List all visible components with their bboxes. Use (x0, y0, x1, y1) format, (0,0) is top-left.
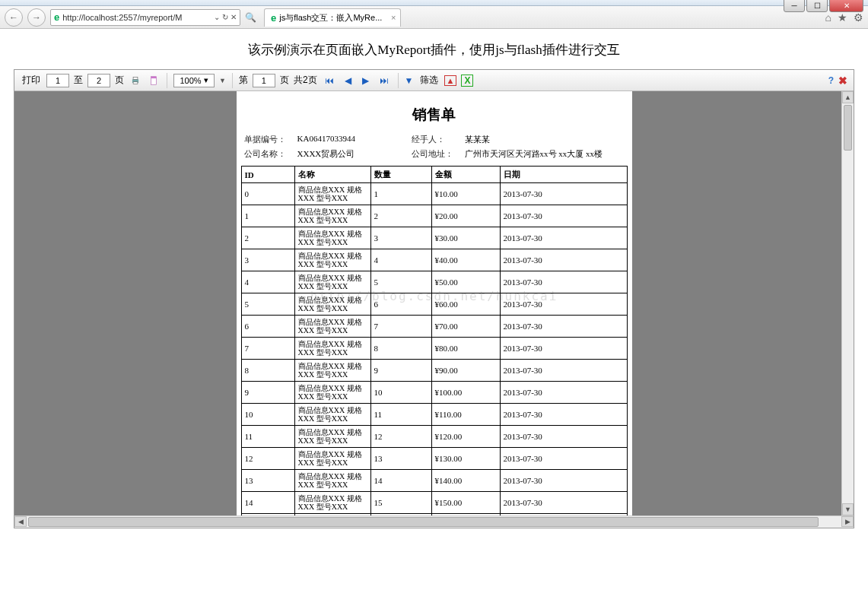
help-icon[interactable]: ? (828, 75, 834, 86)
company-label: 公司名称： (244, 148, 290, 160)
search-icon[interactable]: 🔍 (245, 12, 256, 23)
table-row: 15商品信息XXX 规格XXX 型号XXX16¥160.002013-07-30 (241, 514, 627, 516)
table-row: 5商品信息XXX 规格XXX 型号XXX6¥60.002013-07-30 (241, 293, 627, 316)
favorites-icon[interactable]: ★ (838, 11, 847, 24)
cell-amount: ¥10.00 (431, 183, 500, 205)
cell-date: 2013-07-30 (500, 382, 627, 404)
tab-favicon: e (271, 12, 276, 24)
forward-button[interactable]: → (27, 8, 46, 27)
zoom-select[interactable]: 100% ▾ (173, 74, 215, 87)
export-excel-icon[interactable]: X (461, 75, 473, 87)
cell-qty: 14 (370, 470, 431, 492)
cell-date: 2013-07-30 (500, 338, 627, 360)
cell-amount: ¥110.00 (431, 404, 500, 426)
cell-qty: 3 (370, 227, 431, 249)
cell-date: 2013-07-30 (500, 426, 627, 448)
cell-id: 13 (241, 470, 294, 492)
cell-amount: ¥150.00 (431, 492, 500, 514)
report-canvas: 销售单 单据编号： KA06417033944 经手人： 某某某 公司名称： X… (14, 91, 854, 515)
last-page-icon[interactable]: ⏭ (377, 75, 392, 86)
table-row: 9商品信息XXX 规格XXX 型号XXX10¥100.002013-07-30 (241, 382, 627, 404)
cell-amount: ¥60.00 (431, 293, 500, 316)
tools-icon[interactable]: ⚙ (854, 11, 863, 24)
export-pdf-icon[interactable]: ▲ (444, 75, 457, 86)
stop-icon[interactable]: ✕ (231, 13, 237, 21)
cell-date: 2013-07-30 (500, 271, 627, 293)
printer-icon[interactable] (129, 74, 142, 87)
cell-name: 商品信息XXX 规格XXX 型号XXX (294, 470, 370, 492)
back-button[interactable]: ← (5, 8, 23, 27)
horizontal-scrollbar[interactable]: ◀ ▶ (14, 515, 854, 528)
cell-name: 商品信息XXX 规格XXX 型号XXX (294, 183, 370, 205)
cell-amount: ¥70.00 (431, 316, 500, 338)
order-no-value: KA06417033944 (297, 134, 404, 145)
cell-qty: 8 (370, 338, 431, 360)
table-row: 1商品信息XXX 规格XXX 型号XXX2¥20.002013-07-30 (241, 205, 627, 227)
cell-date: 2013-07-30 (500, 183, 627, 205)
cell-date: 2013-07-30 (500, 514, 627, 516)
zoom-dropdown-icon[interactable]: ▼ (219, 77, 226, 84)
scroll-thumb[interactable] (844, 105, 852, 151)
window-maximize-button[interactable]: ☐ (806, 0, 828, 12)
hscroll-thumb[interactable] (28, 517, 819, 527)
next-page-icon[interactable]: ▶ (359, 75, 372, 86)
window-minimize-button[interactable]: ─ (784, 0, 805, 12)
address-bar[interactable]: e http://localhost:2557/myreport/M ⌄ ↻ ✕ (50, 9, 240, 26)
url-controls: ⌄ ↻ ✕ (214, 13, 237, 21)
scroll-right-icon[interactable]: ▶ (841, 516, 854, 527)
cell-amount: ¥50.00 (431, 271, 500, 293)
report-page: 销售单 单据编号： KA06417033944 经手人： 某某某 公司名称： X… (237, 91, 632, 515)
scroll-left-icon[interactable]: ◀ (14, 516, 27, 527)
cell-name: 商品信息XXX 规格XXX 型号XXX (294, 249, 370, 271)
close-viewer-icon[interactable]: ✖ (838, 75, 847, 87)
table-row: 8商品信息XXX 规格XXX 型号XXX9¥90.002013-07-30 (241, 360, 627, 382)
browser-nav-bar: ← → e http://localhost:2557/myreport/M ⌄… (0, 6, 868, 29)
cell-name: 商品信息XXX 规格XXX 型号XXX (294, 227, 370, 249)
goto-page-input[interactable] (253, 74, 275, 87)
cell-date: 2013-07-30 (500, 404, 627, 426)
cell-name: 商品信息XXX 规格XXX 型号XXX (294, 338, 370, 360)
vertical-scrollbar[interactable]: ▲ ▼ (841, 91, 854, 515)
page-setup-icon[interactable] (147, 74, 161, 87)
browser-tab[interactable]: e js与flash交互：嵌入MyRe... × (264, 8, 401, 27)
cell-name: 商品信息XXX 规格XXX 型号XXX (294, 448, 370, 470)
cell-amount: ¥20.00 (431, 205, 500, 227)
cell-id: 6 (241, 316, 294, 338)
cell-date: 2013-07-30 (500, 227, 627, 249)
col-id: ID (241, 167, 294, 183)
cell-date: 2013-07-30 (500, 316, 627, 338)
report-table: ID 名称 数量 金额 日期 0商品信息XXX 规格XXX 型号XXX1¥10.… (241, 166, 628, 515)
filter-button[interactable]: 筛选 (418, 72, 440, 88)
first-page-icon[interactable]: ⏮ (322, 75, 337, 86)
tab-close-icon[interactable]: × (391, 13, 396, 22)
cell-date: 2013-07-30 (500, 492, 627, 514)
scroll-up-icon[interactable]: ▲ (842, 91, 854, 103)
col-name: 名称 (294, 167, 370, 183)
report-viewer: 打印 至 页 100% ▾ ▼ 第 页 共2页 ⏮ ◀ ▶ ⏭ ▼ 筛选 ▲ X… (14, 69, 854, 528)
scroll-down-icon[interactable]: ▼ (842, 503, 854, 515)
cell-amount: ¥90.00 (431, 360, 500, 382)
search-dropdown-icon[interactable]: ⌄ (214, 13, 220, 21)
col-date: 日期 (500, 167, 627, 183)
cell-date: 2013-07-30 (500, 249, 627, 271)
cell-id: 15 (241, 514, 294, 516)
prev-page-icon[interactable]: ◀ (342, 75, 355, 86)
cell-id: 0 (241, 183, 294, 205)
cell-id: 5 (241, 293, 294, 316)
report-toolbar: 打印 至 页 100% ▾ ▼ 第 页 共2页 ⏮ ◀ ▶ ⏭ ▼ 筛选 ▲ X… (14, 70, 854, 91)
table-row: 10商品信息XXX 规格XXX 型号XXX11¥110.002013-07-30 (241, 404, 627, 426)
cell-qty: 9 (370, 360, 431, 382)
table-row: 13商品信息XXX 规格XXX 型号XXX14¥140.002013-07-30 (241, 470, 627, 492)
window-close-button[interactable]: ✕ (829, 0, 863, 12)
table-row: 12商品信息XXX 规格XXX 型号XXX13¥130.002013-07-30 (241, 448, 627, 470)
home-icon[interactable]: ⌂ (825, 11, 831, 24)
print-from-input[interactable] (46, 74, 69, 87)
company-value: XXXX贸易公司 (297, 148, 404, 160)
print-button[interactable]: 打印 (21, 72, 42, 88)
refresh-icon[interactable]: ↻ (222, 13, 228, 21)
cell-amount: ¥30.00 (431, 227, 500, 249)
print-to-input[interactable] (87, 74, 110, 87)
cell-date: 2013-07-30 (500, 448, 627, 470)
table-row: 7商品信息XXX 规格XXX 型号XXX8¥80.002013-07-30 (241, 338, 627, 360)
filter-icon[interactable]: ▼ (405, 75, 414, 86)
